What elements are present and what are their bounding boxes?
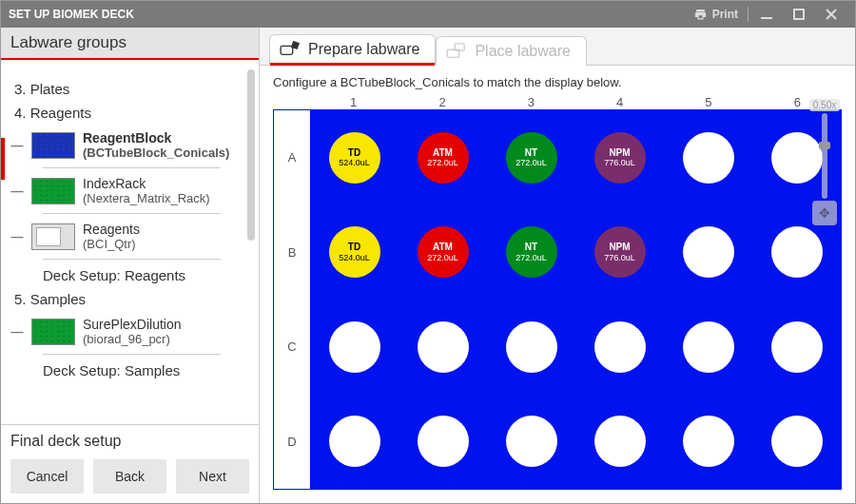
zoom-label: 0.50x [809, 99, 840, 111]
item-sub: (Nextera_Matrix_Rack) [83, 191, 210, 205]
prepare-icon [280, 41, 301, 58]
minimize-button[interactable] [750, 1, 783, 28]
tube [771, 321, 823, 373]
well-a2[interactable]: ATM272.0uL [399, 110, 487, 205]
tab-place-labware[interactable]: Place labware [436, 36, 587, 66]
svg-rect-2 [281, 46, 293, 54]
tube [683, 132, 734, 184]
tube-label: NPM [609, 242, 630, 253]
group-tips-cut [14, 66, 253, 73]
row-b: B [274, 205, 310, 300]
deck-setup-reagents[interactable]: Deck Setup: Reagents [43, 267, 253, 283]
back-button[interactable]: Back [93, 459, 166, 494]
well-a3[interactable]: NT272.0uL [487, 110, 575, 205]
group-plates[interactable]: 3. Plates [14, 81, 253, 97]
titlebar: SET UP BIOMEK DECK Print [1, 1, 855, 28]
deck-setup-samples[interactable]: Deck Setup: Samples [43, 362, 253, 378]
window-title: SET UP BIOMEK DECK [9, 8, 134, 21]
pan-control[interactable]: ✥ [812, 201, 837, 225]
tube: NPM776.0uL [594, 226, 646, 278]
final-deck-setup-header[interactable]: Final deck setup [1, 424, 259, 454]
minimize-icon [761, 9, 772, 20]
tube-volume: 524.0uL [339, 253, 370, 262]
svg-rect-1 [794, 10, 804, 19]
item-sub: (BCI_Qtr) [83, 237, 140, 251]
tube-volume: 776.0uL [604, 158, 635, 167]
well-b5[interactable] [664, 205, 752, 300]
item-name: ReagentBlock [83, 130, 229, 145]
well-a4[interactable]: NPM776.0uL [575, 110, 664, 205]
row-d: D [274, 395, 310, 490]
well-d5[interactable] [664, 395, 752, 490]
place-icon [446, 43, 467, 60]
next-button[interactable]: Next [176, 459, 249, 494]
well-c4[interactable] [575, 300, 664, 395]
tube [506, 416, 557, 467]
collapse-icon[interactable]: — [10, 324, 24, 339]
tube-label: TD [348, 147, 360, 159]
sidebar-item-indexrack[interactable]: — IndexRack (Nextera_Matrix_Rack) [10, 172, 253, 209]
well-a5[interactable] [664, 110, 752, 205]
well-d3[interactable] [487, 395, 575, 490]
tube-volume: 524.0uL [339, 158, 370, 167]
item-name: IndexRack [83, 176, 210, 191]
tab-prepare-labware[interactable]: Prepare labware [269, 34, 436, 66]
well-c5[interactable] [664, 300, 752, 395]
labware-thumbnail [31, 223, 75, 250]
tube-label: ATM [433, 242, 453, 253]
labware-thumbnail [31, 319, 75, 345]
col-4: 4 [575, 95, 664, 109]
deck-area: 1 2 3 4 5 6 A B C D TD524.0uLATM272.0uLN… [260, 95, 855, 503]
tube [329, 416, 380, 467]
maximize-button[interactable] [783, 1, 815, 28]
scrollbar-thumb[interactable] [247, 69, 255, 241]
col-5: 5 [664, 95, 752, 109]
instruction-text: Configure a BCTubeBlock_Conicals to matc… [260, 66, 855, 95]
print-button[interactable]: Print [686, 8, 746, 22]
well-c6[interactable] [752, 300, 841, 395]
zoom-thumb[interactable] [819, 142, 830, 149]
collapse-icon[interactable]: — [10, 229, 24, 243]
tab-place-label: Place labware [475, 43, 571, 60]
item-sub: (BCTubeBlock_Conicals) [83, 145, 229, 160]
tube-label: TD [348, 242, 360, 253]
labware-thumbnail [31, 178, 75, 204]
print-icon [693, 8, 708, 22]
tube: TD524.0uL [329, 226, 380, 278]
well-grid: TD524.0uLATM272.0uLNT272.0uLNPM776.0uLTD… [310, 110, 841, 489]
well-b2[interactable]: ATM272.0uL [399, 205, 487, 300]
tab-prepare-label: Prepare labware [308, 41, 419, 58]
tube: ATM272.0uL [418, 226, 469, 278]
sidebar-item-reagents[interactable]: — Reagents (BCI_Qtr) [10, 218, 253, 255]
close-button[interactable] [815, 1, 847, 28]
column-labels: 1 2 3 4 5 6 [309, 95, 842, 109]
sidebar-item-sureplex[interactable]: — SurePlexDilution (biorad_96_pcr) [10, 313, 253, 350]
well-b1[interactable]: TD524.0uL [310, 205, 399, 300]
well-d4[interactable] [575, 395, 664, 490]
svg-rect-0 [761, 17, 772, 19]
group-samples[interactable]: 5. Samples [14, 291, 253, 307]
zoom-slider[interactable] [822, 113, 827, 199]
maximize-icon [793, 9, 805, 20]
tube-label: NT [525, 242, 537, 253]
well-c2[interactable] [399, 300, 487, 395]
item-name: Reagents [83, 222, 140, 237]
tube-label: NPM [609, 147, 630, 159]
well-d2[interactable] [399, 395, 487, 490]
group-reagents[interactable]: 4. Reagents [14, 105, 253, 121]
tube [329, 321, 380, 373]
cancel-button[interactable]: Cancel [10, 459, 84, 494]
collapse-icon[interactable]: — [10, 184, 24, 198]
well-c1[interactable] [310, 300, 399, 395]
sidebar-item-reagentblock[interactable]: — ReagentBlock (BCTubeBlock_Conicals) [10, 126, 253, 164]
well-b3[interactable]: NT272.0uL [487, 205, 575, 300]
well-a1[interactable]: TD524.0uL [310, 110, 399, 205]
well-d6[interactable] [752, 395, 841, 490]
collapse-icon[interactable]: — [10, 138, 24, 152]
labware-thumbnail [31, 132, 75, 159]
well-d1[interactable] [310, 395, 399, 490]
tab-bar: Prepare labware Place labware [260, 28, 855, 66]
selection-marker [1, 138, 5, 180]
well-c3[interactable] [487, 300, 575, 395]
well-b4[interactable]: NPM776.0uL [575, 205, 664, 300]
